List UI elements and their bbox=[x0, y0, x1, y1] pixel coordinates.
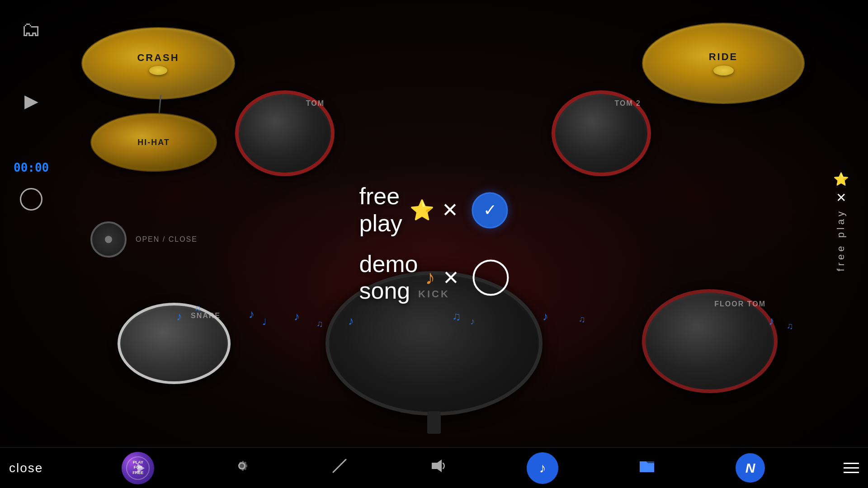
tom2-drum[interactable]: TOM 2 bbox=[552, 90, 651, 176]
music-note-8: ♫ bbox=[452, 310, 461, 324]
music-note-7: ♪ bbox=[348, 314, 354, 328]
brand-n-logo[interactable]: N bbox=[736, 453, 765, 483]
hamburger-menu-button[interactable] bbox=[844, 463, 859, 473]
menu-overlay: freeplay ⭐ ✕ ✓ demosong ♪ ✕ bbox=[359, 183, 509, 305]
record-button[interactable] bbox=[20, 188, 42, 211]
menu-line-3 bbox=[844, 472, 859, 473]
floor-tom-drum[interactable]: FLOOR TOM bbox=[642, 289, 778, 393]
music-note-10: ♪ bbox=[542, 310, 548, 324]
demo-song-unselected-indicator[interactable] bbox=[473, 260, 509, 296]
snare-drum[interactable]: SNARE bbox=[118, 303, 231, 384]
right-freeplay-label: free play bbox=[835, 209, 847, 271]
free-play-option[interactable]: freeplay ⭐ ✕ bbox=[359, 183, 458, 237]
play-icon[interactable]: ▶ bbox=[24, 90, 38, 111]
hihat-control[interactable]: OPEN / CLOSE bbox=[90, 221, 198, 258]
tom2-label: TOM 2 bbox=[614, 99, 641, 108]
timer-display: 00:00 bbox=[14, 161, 49, 174]
drumstick-icon[interactable] bbox=[330, 456, 349, 480]
hihat-pedal-inner bbox=[105, 236, 112, 243]
music-note-13: ♫ bbox=[787, 321, 793, 331]
kick-pedal bbox=[427, 411, 441, 434]
volume-icon[interactable] bbox=[428, 456, 448, 480]
close-button[interactable]: close bbox=[9, 461, 43, 475]
free-play-x-icon: ✕ bbox=[442, 199, 458, 222]
music-note-6: ♫ bbox=[316, 319, 323, 329]
demo-song-x-icon: ✕ bbox=[443, 266, 459, 289]
ride-cymbal[interactable]: RIDE bbox=[642, 23, 805, 104]
menu-line-1 bbox=[844, 463, 859, 464]
folder-icon[interactable]: 🗂 bbox=[21, 18, 41, 41]
play-music-icon: ♪ bbox=[539, 460, 546, 476]
ride-label: RIDE bbox=[709, 51, 738, 63]
crash-cymbal[interactable]: CRASH bbox=[81, 27, 235, 99]
music-note-3: ♪ bbox=[249, 307, 255, 321]
music-note-12: ♪ bbox=[769, 314, 774, 328]
app-logo[interactable]: PLAYFORFREE bbox=[122, 452, 154, 484]
svg-line-0 bbox=[333, 460, 346, 472]
hihat-cymbal[interactable]: HI-HAT bbox=[90, 113, 217, 172]
bottom-toolbar: close PLAYFORFREE bbox=[0, 447, 868, 488]
tom1-drum[interactable]: TOM bbox=[235, 90, 335, 176]
music-note-1: ♪ bbox=[176, 310, 182, 324]
play-music-button[interactable]: ♪ bbox=[527, 452, 558, 484]
demo-song-row: demosong ♪ ✕ bbox=[359, 251, 509, 305]
floor-tom-label: FLOOR TOM bbox=[714, 300, 766, 308]
hihat-open-close-label: OPEN / CLOSE bbox=[136, 235, 198, 244]
settings-icon[interactable] bbox=[233, 457, 251, 479]
files-folder-icon[interactable] bbox=[637, 456, 657, 480]
free-play-row: freeplay ⭐ ✕ ✓ bbox=[359, 183, 509, 237]
left-controls: 🗂 ▶ 00:00 bbox=[14, 0, 49, 452]
crash-bell bbox=[149, 66, 167, 75]
n-logo-letter: N bbox=[745, 460, 755, 476]
free-play-text: freeplay bbox=[359, 183, 402, 237]
music-note-2: ♫ bbox=[194, 303, 201, 313]
tom1-label: TOM bbox=[306, 99, 325, 108]
music-note-9: ♪ bbox=[470, 316, 475, 327]
right-freeplay-panel: ⭐ ✕ free play bbox=[814, 172, 868, 271]
crash-label: CRASH bbox=[137, 52, 179, 64]
music-note-5: ♪ bbox=[294, 310, 300, 324]
menu-line-2 bbox=[844, 467, 859, 469]
ride-bell bbox=[713, 66, 734, 75]
svg-marker-1 bbox=[432, 460, 442, 472]
free-play-selected-indicator[interactable]: ✓ bbox=[472, 192, 508, 228]
free-play-star-icon: ⭐ bbox=[410, 198, 434, 222]
hihat-label: HI-HAT bbox=[137, 138, 170, 147]
app: CRASH HI-HAT RIDE TOM TOM 2 SNARE bbox=[0, 0, 868, 488]
right-freeplay-star-icon: ⭐ bbox=[833, 172, 849, 187]
music-note-11: ♫ bbox=[579, 314, 585, 324]
demo-song-text: demosong bbox=[359, 251, 418, 305]
demo-song-option[interactable]: demosong ♪ ✕ bbox=[359, 251, 459, 305]
right-freeplay-x-icon: ✕ bbox=[836, 190, 846, 205]
checkmark-icon: ✓ bbox=[483, 201, 497, 220]
demo-song-note-icon: ♪ bbox=[425, 267, 435, 289]
music-note-4: ♩ bbox=[262, 316, 266, 327]
hihat-pedal[interactable] bbox=[90, 221, 127, 258]
